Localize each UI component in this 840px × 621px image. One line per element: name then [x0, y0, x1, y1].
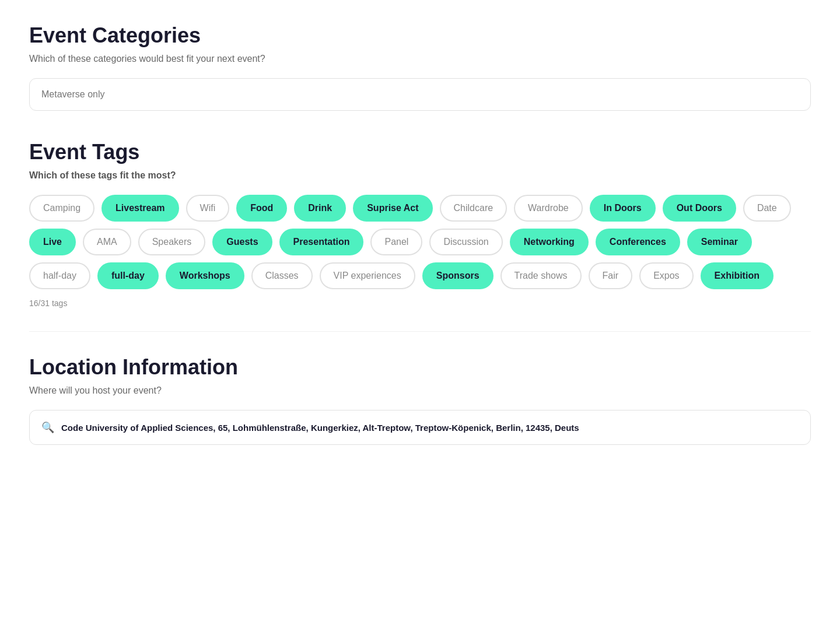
tag-speakers[interactable]: Speakers — [138, 229, 206, 255]
tag-childcare[interactable]: Childcare — [440, 195, 508, 222]
tag-trade-shows[interactable]: Trade shows — [501, 262, 582, 289]
tag-fair[interactable]: Fair — [589, 262, 633, 289]
tag-conferences[interactable]: Conferences — [596, 229, 680, 255]
event-categories-search[interactable] — [29, 78, 811, 111]
tag-vip-experiences[interactable]: VIP experiences — [320, 262, 415, 289]
tag-camping[interactable]: Camping — [29, 195, 94, 222]
tag-presentation[interactable]: Presentation — [279, 229, 364, 255]
tag-half-day[interactable]: half-day — [29, 262, 90, 289]
tag-workshops[interactable]: Workshops — [166, 262, 244, 289]
tag-count: 16/31 tags — [29, 299, 811, 308]
tag-networking[interactable]: Networking — [510, 229, 589, 255]
event-categories-subtitle: Which of these categories would best fit… — [29, 54, 811, 64]
tag-discussion[interactable]: Discussion — [429, 229, 502, 255]
event-categories-section: Event Categories Which of these categori… — [29, 23, 811, 140]
tag-live[interactable]: Live — [29, 229, 76, 255]
tag-out-doors[interactable]: Out Doors — [663, 195, 736, 222]
tag-in-doors[interactable]: In Doors — [590, 195, 656, 222]
tag-sponsors[interactable]: Sponsors — [422, 262, 494, 289]
tag-seminar[interactable]: Seminar — [687, 229, 752, 255]
event-tags-title: Event Tags — [29, 140, 811, 164]
tag-food[interactable]: Food — [236, 195, 287, 222]
location-value: Code University of Applied Sciences, 65,… — [61, 423, 579, 433]
tag-ama[interactable]: AMA — [83, 229, 131, 255]
location-search-box[interactable]: 🔍 Code University of Applied Sciences, 6… — [29, 410, 811, 445]
event-tags-subtitle: Which of these tags fit the most? — [29, 170, 811, 181]
tag-suprise-act[interactable]: Suprise Act — [353, 195, 432, 222]
tag-date[interactable]: Date — [743, 195, 791, 222]
section-divider — [29, 331, 811, 332]
tag-full-day[interactable]: full-day — [97, 262, 159, 289]
tag-guests[interactable]: Guests — [212, 229, 272, 255]
search-icon: 🔍 — [41, 421, 54, 434]
location-subtitle: Where will you host your event? — [29, 385, 811, 396]
tags-container: CampingLivestreamWifiFoodDrinkSuprise Ac… — [29, 195, 811, 289]
event-tags-section: Event Tags Which of these tags fit the m… — [29, 140, 811, 308]
location-title: Location Information — [29, 355, 811, 380]
location-section: Location Information Where will you host… — [29, 355, 811, 445]
tag-livestream[interactable]: Livestream — [102, 195, 179, 222]
tag-expos[interactable]: Expos — [639, 262, 693, 289]
tag-panel[interactable]: Panel — [370, 229, 422, 255]
tag-drink[interactable]: Drink — [294, 195, 346, 222]
tag-exhibition[interactable]: Exhibition — [701, 262, 774, 289]
event-categories-title: Event Categories — [29, 23, 811, 48]
tag-wardrobe[interactable]: Wardrobe — [514, 195, 583, 222]
tag-classes[interactable]: Classes — [251, 262, 313, 289]
tag-wifi[interactable]: Wifi — [186, 195, 230, 222]
